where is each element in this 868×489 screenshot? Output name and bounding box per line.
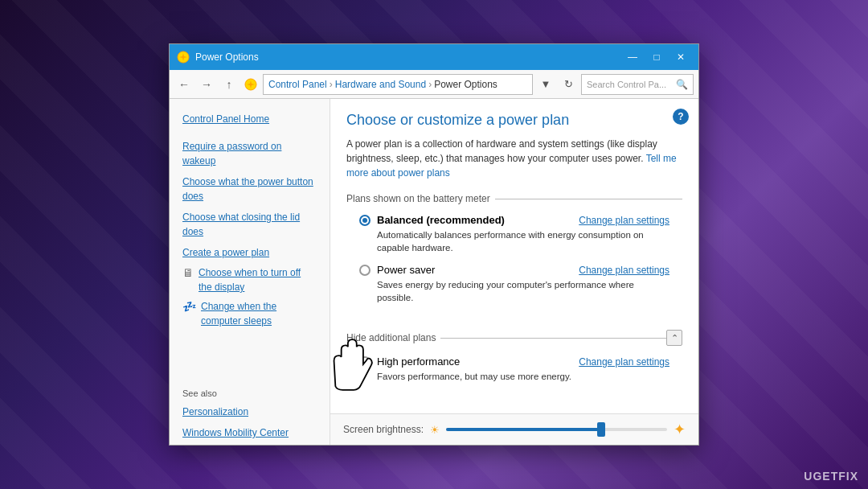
- minimize-button[interactable]: —: [621, 48, 644, 66]
- window-title: Power Options: [195, 51, 621, 63]
- plan-power-saver-header: Power saver Change plan settings: [359, 264, 669, 276]
- sidebar-turn-off-display[interactable]: 🖥 Choose when to turn off the display: [170, 263, 330, 297]
- up-button[interactable]: ↑: [219, 75, 239, 94]
- plan-power-saver-label[interactable]: Power saver: [359, 264, 435, 276]
- main-plans-group: Balanced (recommended) Change plan setti…: [346, 208, 682, 320]
- brightness-label: Screen brightness:: [343, 424, 424, 435]
- sleep-icon: 💤: [182, 300, 196, 313]
- sidebar: Control Panel Home Require a password on…: [170, 99, 330, 445]
- power-options-window: Power Options — □ ✕ ← → ↑ Control Panel …: [169, 43, 699, 446]
- watermark: UGETFIX: [804, 470, 858, 483]
- search-placeholder: Search Control Pa...: [587, 80, 676, 89]
- breadcrumb-control-panel[interactable]: Control Panel: [268, 79, 327, 90]
- brightness-thumb[interactable]: [597, 422, 605, 437]
- hide-plans-header: Hide additional plans ⌃: [346, 330, 682, 346]
- plans-shown-divider: [495, 199, 682, 199]
- sidebar-user-accounts[interactable]: User Accounts: [170, 443, 330, 445]
- main-area: Control Panel Home Require a password on…: [170, 99, 698, 445]
- sidebar-closing-lid[interactable]: Choose what closing the lid does: [170, 207, 330, 242]
- dropdown-button[interactable]: ▼: [536, 75, 555, 94]
- plan-power-saver: Power saver Change plan settings Saves e…: [359, 264, 669, 304]
- plan-high-perf-radio[interactable]: [359, 356, 371, 368]
- hide-plans-label: Hide additional plans: [346, 332, 440, 343]
- plan-power-saver-radio[interactable]: [359, 265, 371, 276]
- hide-plans-divider: [440, 338, 666, 339]
- plan-high-perf-change[interactable]: Change plan settings: [579, 356, 669, 368]
- sidebar-personalization[interactable]: Personalization: [170, 401, 330, 422]
- plan-power-saver-name: Power saver: [377, 264, 435, 276]
- window-icon: [176, 50, 190, 64]
- plan-high-perf-header: High performance Change plan settings: [359, 355, 669, 368]
- sidebar-mobility-center[interactable]: Windows Mobility Center: [170, 422, 330, 443]
- plan-high-perf-label[interactable]: High performance: [359, 355, 460, 368]
- breadcrumb-current: Power Options: [434, 79, 497, 90]
- title-bar-controls: — □ ✕: [621, 48, 692, 66]
- search-bar[interactable]: Search Control Pa... 🔍: [581, 74, 694, 95]
- refresh-button[interactable]: ↻: [559, 75, 578, 94]
- page-description: A power plan is a collection of hardware…: [346, 137, 682, 180]
- brightness-slider[interactable]: [446, 428, 667, 431]
- plan-balanced-name: Balanced (recommended): [377, 214, 505, 226]
- title-bar: Power Options — □ ✕: [170, 44, 698, 70]
- content-area: ? Choose or customize a power plan A pow…: [330, 99, 698, 445]
- address-bar: ← → ↑ Control Panel › Hardware and Sound…: [170, 70, 698, 99]
- brightness-sun-right-icon: ✦: [674, 421, 686, 438]
- back-button[interactable]: ←: [174, 75, 194, 94]
- plan-power-saver-desc: Saves energy by reducing your computer's…: [377, 278, 669, 304]
- plan-power-saver-change[interactable]: Change plan settings: [579, 265, 669, 276]
- brightness-sun-left-icon: ☀: [430, 424, 440, 436]
- plan-balanced: Balanced (recommended) Change plan setti…: [359, 214, 669, 254]
- plan-high-perf-desc: Favors performance, but may use more ene…: [377, 370, 669, 383]
- sidebar-require-password[interactable]: Require a password on wakeup: [170, 136, 330, 171]
- search-icon[interactable]: 🔍: [676, 79, 688, 90]
- breadcrumb[interactable]: Control Panel › Hardware and Sound › Pow…: [263, 74, 533, 95]
- plans-shown-header: Plans shown on the battery meter: [346, 193, 682, 204]
- brightness-fill: [446, 428, 600, 431]
- sidebar-create-plan[interactable]: Create a power plan: [170, 242, 330, 263]
- collapse-button[interactable]: ⌃: [666, 330, 682, 346]
- plan-high-perf-name: High performance: [377, 355, 460, 368]
- plan-balanced-header: Balanced (recommended) Change plan setti…: [359, 214, 669, 226]
- address-icon: [244, 77, 258, 92]
- plan-high-performance: High performance Change plan settings Fa…: [359, 355, 669, 383]
- plan-balanced-label[interactable]: Balanced (recommended): [359, 214, 505, 226]
- forward-button[interactable]: →: [197, 75, 216, 94]
- plan-balanced-desc: Automatically balances performance with …: [377, 228, 669, 254]
- page-title: Choose or customize a power plan: [346, 112, 682, 129]
- help-button[interactable]: ?: [673, 109, 689, 125]
- close-button[interactable]: ✕: [669, 48, 692, 66]
- breadcrumb-sep-2: ›: [428, 79, 432, 90]
- plans-shown-label: Plans shown on the battery meter: [346, 193, 495, 204]
- brightness-bar: Screen brightness: ☀ ✦: [330, 413, 698, 445]
- monitor-icon: 🖥: [182, 266, 194, 279]
- plan-balanced-radio[interactable]: [359, 215, 371, 226]
- see-also-label: See also: [170, 379, 330, 401]
- sidebar-home[interactable]: Control Panel Home: [170, 109, 330, 129]
- breadcrumb-hardware[interactable]: Hardware and Sound: [335, 79, 426, 90]
- plan-balanced-change[interactable]: Change plan settings: [579, 215, 669, 226]
- maximize-button[interactable]: □: [645, 48, 668, 66]
- sidebar-power-button[interactable]: Choose what the power button does: [170, 171, 330, 207]
- sidebar-sleep[interactable]: 💤 Change when the computer sleeps: [170, 297, 330, 331]
- breadcrumb-sep-1: ›: [330, 79, 333, 90]
- additional-plans-group: High performance Change plan settings Fa…: [346, 349, 682, 399]
